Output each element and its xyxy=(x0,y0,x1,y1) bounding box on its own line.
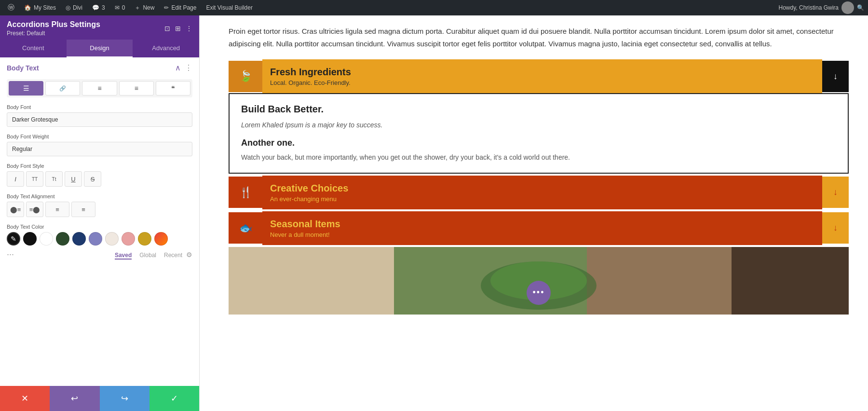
dots-icon: ••• xyxy=(533,288,545,298)
title-case-button[interactable]: Tt xyxy=(45,171,63,187)
text-align-right-button[interactable]: ≡ xyxy=(45,202,69,217)
accordion-content-main-title: Build Back Better. xyxy=(241,104,836,115)
svg-rect-3 xyxy=(587,247,732,315)
cancel-button[interactable]: ✕ xyxy=(0,386,50,411)
undo-button[interactable]: ↩ xyxy=(50,386,99,411)
section-menu-icon[interactable]: ⋮ xyxy=(185,63,192,72)
recent-colors-tab[interactable]: Recent xyxy=(164,252,182,260)
panel-maximize-icon[interactable]: ⊡ xyxy=(164,25,170,32)
strikethrough-button[interactable]: S xyxy=(84,171,101,187)
messages-link[interactable]: ✉ 0 xyxy=(111,2,129,13)
my-sites-icon: 🏠 xyxy=(24,4,31,11)
align-left-button[interactable]: ☰ xyxy=(9,81,43,96)
accordion-seasonal-toggle[interactable]: ↓ xyxy=(822,212,849,244)
pink-swatch[interactable] xyxy=(122,232,135,246)
text-align-justify-button[interactable]: ≡ xyxy=(71,202,95,217)
accordion-seasonal-header[interactable]: 🐟 Seasonal Items Never a dull moment! ↓ xyxy=(229,211,849,245)
black-swatch[interactable] xyxy=(23,232,37,246)
my-sites-link[interactable]: 🏠 My Sites xyxy=(20,2,60,13)
panel-more-icon[interactable]: ⋮ xyxy=(186,25,192,32)
panel-layout-icon[interactable]: ⊞ xyxy=(175,25,181,32)
body-text-alignment-label: Body Text Alignment xyxy=(7,193,192,199)
content-area: Proin eget tortor risus. Cras ultricies … xyxy=(200,15,868,324)
body-font-weight-select[interactable]: Regular xyxy=(7,142,192,156)
red-gradient-swatch[interactable] xyxy=(154,232,168,246)
accordion-seasonal-icon-box: 🐟 xyxy=(229,212,262,244)
body-text-color-section: Body Text Color ✎ ··· xyxy=(7,224,192,260)
panel-header: Accordions Plus Settings Preset: Default… xyxy=(0,15,199,40)
accordion-content-subtitle2: Another one. xyxy=(241,138,836,148)
new-button[interactable]: ＋ New xyxy=(131,2,158,14)
cutlery-icon: 🍴 xyxy=(239,186,252,199)
body-text-color-label: Body Text Color xyxy=(7,224,192,230)
leaf-icon: 🍃 xyxy=(239,70,252,82)
tab-content[interactable]: Content xyxy=(0,40,67,57)
quote-button[interactable]: ❝ xyxy=(156,81,190,96)
accordion-fresh-title-box: Fresh Ingredients Local. Organic. Eco-Fr… xyxy=(262,59,822,93)
more-colors-icon[interactable]: ··· xyxy=(7,249,14,260)
light-pink-swatch[interactable] xyxy=(105,232,119,246)
section-collapse-icon[interactable]: ∧ xyxy=(175,63,181,72)
search-icon[interactable]: 🔍 xyxy=(857,4,864,11)
tab-design[interactable]: Design xyxy=(67,40,133,57)
gold-swatch[interactable] xyxy=(138,232,151,246)
divi-icon: ◎ xyxy=(66,4,70,11)
accordion-creative-choices: 🍴 Creative Choices An ever-changing menu… xyxy=(229,176,849,209)
accordion-creative-icon-box: 🍴 xyxy=(229,177,262,208)
white-swatch[interactable] xyxy=(40,232,53,246)
edit-page-button[interactable]: ✏ Edit Page xyxy=(160,2,200,13)
dark-green-swatch[interactable] xyxy=(56,232,69,246)
confirm-button[interactable]: ✓ xyxy=(149,386,199,411)
text-align-center-button[interactable]: ≡⬤ xyxy=(26,202,43,217)
accordion-creative-title: Creative Choices xyxy=(270,182,814,194)
accordion-fresh-header[interactable]: 🍃 Fresh Ingredients Local. Organic. Eco-… xyxy=(229,59,849,93)
redo-button[interactable]: ↪ xyxy=(100,386,149,411)
purple-swatch[interactable] xyxy=(89,232,102,246)
italic-button[interactable]: I xyxy=(7,171,24,187)
floating-action-button[interactable]: ••• xyxy=(527,281,551,305)
user-avatar[interactable] xyxy=(841,1,854,14)
color-tabs: Saved Global Recent xyxy=(115,250,182,260)
accordion-seasonal-title-box: Seasonal Items Never a dull moment! xyxy=(262,211,822,245)
accordion-creative-header[interactable]: 🍴 Creative Choices An ever-changing menu… xyxy=(229,176,849,209)
svg-rect-4 xyxy=(732,247,849,315)
all-caps-button[interactable]: TT xyxy=(26,171,43,187)
eyedropper-swatch[interactable]: ✎ xyxy=(7,232,20,246)
panel-title: Accordions Plus Settings xyxy=(7,20,100,29)
body-font-select[interactable]: Darker Grotesque xyxy=(7,112,192,127)
body-font-weight-label: Body Font Weight xyxy=(7,134,192,139)
panel-title-section: Accordions Plus Settings Preset: Default xyxy=(7,20,100,37)
color-settings-icon[interactable]: ⚙ xyxy=(186,251,192,259)
exit-visual-builder-button[interactable]: Exit Visual Builder xyxy=(202,2,257,13)
accordion-fresh-subtitle: Local. Organic. Eco-Friendly. xyxy=(270,79,814,86)
accordion-creative-toggle[interactable]: ↓ xyxy=(822,177,849,208)
body-font-field: Body Font Darker Grotesque xyxy=(7,104,192,127)
accordion-fresh-toggle[interactable]: ↓ xyxy=(822,61,849,92)
divi-link[interactable]: ◎ Divi xyxy=(62,2,86,13)
bottom-action-bar: ✕ ↩ ↪ ✓ xyxy=(0,386,199,411)
link-button[interactable]: 🔗 xyxy=(45,81,80,96)
accordion-seasonal-title: Seasonal Items xyxy=(270,218,814,230)
underline-button[interactable]: U xyxy=(65,171,82,187)
topbar-user-section: Howdy, Christina Gwira 🔍 xyxy=(779,1,864,14)
chevron-down-icon: ↓ xyxy=(833,71,838,82)
tab-advanced[interactable]: Advanced xyxy=(133,40,199,57)
accordion-fresh-title: Fresh Ingredients xyxy=(270,66,814,78)
settings-panel: Accordions Plus Settings Preset: Default… xyxy=(0,15,200,411)
wp-home-link[interactable]: ⓦ xyxy=(4,1,18,14)
eyedropper-icon: ✎ xyxy=(11,235,16,243)
dark-blue-swatch[interactable] xyxy=(72,232,86,246)
pencil-icon: ✏ xyxy=(164,4,169,11)
comments-link[interactable]: 💬 3 xyxy=(88,2,109,13)
accordion-creative-subtitle: An ever-changing menu xyxy=(270,195,814,203)
body-text-alignment-field: Body Text Alignment ⬤≡ ≡⬤ ≡ ≡ xyxy=(7,193,192,217)
saved-colors-tab[interactable]: Saved xyxy=(115,252,132,260)
accordion-seasonal-subtitle: Never a dull moment! xyxy=(270,231,814,238)
align-center-button[interactable]: ≡ xyxy=(82,81,117,96)
align-right-button[interactable]: ≡ xyxy=(119,81,154,96)
global-colors-tab[interactable]: Global xyxy=(139,252,156,260)
text-align-left-button[interactable]: ⬤≡ xyxy=(7,202,24,217)
panel-header-icons: ⊡ ⊞ ⋮ xyxy=(164,25,192,32)
body-font-style-field: Body Font Style I TT Tt U S xyxy=(7,163,192,187)
page-content: Proin eget tortor risus. Cras ultricies … xyxy=(200,15,868,411)
